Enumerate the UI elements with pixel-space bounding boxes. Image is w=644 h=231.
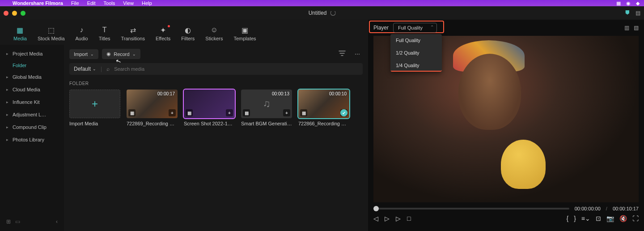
stop-button[interactable]: □ [407,215,411,222]
menu-view[interactable]: View [123,0,134,6]
quality-option-quarter[interactable]: 1/4 Quality [390,59,442,72]
add-to-timeline-icon[interactable]: + [283,109,290,116]
sidebar-subitem[interactable]: Folder [3,60,61,71]
search-input[interactable] [114,66,358,72]
type-badge-icon: ▦ [243,109,250,116]
tab-label: Effects [156,36,170,41]
media-thumb[interactable]: 00:00:10▦+ [298,90,349,118]
menu-edit[interactable]: Edit [87,0,96,6]
tab-label: Media [13,36,27,41]
quality-dropdown: Full Quality 1/2 Quality 1/4 Quality [390,34,442,72]
media-thumb[interactable]: ▦+ [184,90,235,118]
media-card[interactable]: 00:00:13♫▦+Smart BGM Generati… [241,90,292,126]
menubar-grid-icon[interactable]: ▦ [616,0,621,6]
zoom-window-button[interactable] [21,11,25,16]
type-badge-icon: ▦ [186,109,193,116]
project-title: Untitled [309,10,327,16]
play-pause-button[interactable]: ▷ [385,215,390,222]
sidebar-item[interactable]: ▸Influence Kit [3,96,61,108]
crop-icon[interactable]: ⊡ [596,215,601,222]
prev-frame-button[interactable]: ◁ [373,215,378,222]
sidebar-item-label: Influence Kit [13,99,40,105]
scrubber: 00:00:00:00 / 00:00:10:17 [373,206,639,211]
media-thumb[interactable]: 00:00:13♫▦+ [241,90,292,118]
gift-icon[interactable]: ⛊ [625,10,630,16]
playhead[interactable] [373,206,379,211]
folder-open-icon[interactable]: ▭ [15,218,20,225]
chevron-right-icon: ▸ [6,100,10,104]
playback-quality-icon[interactable]: ≡⌄ [581,215,590,222]
tab-stock[interactable]: ⬚Stock Media [32,24,70,45]
media-thumb[interactable]: + [69,90,120,118]
media-card[interactable]: +Import Media [69,90,120,126]
import-label: Import [74,51,88,57]
sidebar-item-label: Project Media [13,51,42,56]
media-card[interactable]: ▦+Screen Shot 2022-11… [184,90,235,126]
menubar-more-icon[interactable]: ◆ [636,0,640,6]
sidebar-item[interactable]: ▸Project Media [3,47,61,60]
duration-badge: 00:00:10 [329,91,347,96]
quality-option-full[interactable]: Full Quality [390,34,442,47]
add-to-timeline-icon[interactable]: + [169,109,176,116]
tab-label: Transitions [121,36,145,41]
sidebar-item[interactable]: ▸Global Media [3,71,61,83]
quality-option-half[interactable]: 1/2 Quality [390,47,442,59]
snapshot-icon[interactable]: 📷 [606,215,614,222]
timeline-scrubber[interactable] [373,208,569,210]
sort-select[interactable]: Default ⌄ [74,66,96,72]
media-icon: ▦ [15,26,25,34]
add-to-timeline-icon[interactable]: + [340,109,347,116]
add-to-timeline-icon[interactable]: + [226,109,233,116]
mute-icon[interactable]: 🔇 [619,215,627,222]
media-grid: +Import Media00:00:17▦+722869_Recording … [69,90,363,126]
mark-out-icon[interactable]: } [574,215,576,222]
media-label: Smart BGM Generati… [241,121,292,126]
tab-transitions[interactable]: ⇄Transitions [116,24,150,45]
quality-selected-value: Full Quality [398,25,423,30]
fullscreen-icon[interactable]: ⛶ [632,215,639,222]
media-card[interactable]: 00:00:17▦+722869_Recording P… [127,90,178,126]
tab-templates[interactable]: ▣Templates [228,24,261,45]
sidebar-item[interactable]: ▸Cloud Media [3,83,61,96]
close-window-button[interactable] [4,11,8,16]
tab-effects[interactable]: ✦Effects [150,24,176,45]
menubar-user-icon[interactable]: ◉ [626,0,631,6]
menu-help[interactable]: Help [142,0,152,6]
tab-titles[interactable]: TTitles [93,24,116,45]
more-options-icon[interactable]: ⋯ [352,49,363,59]
new-folder-icon[interactable]: ⊞ [6,218,11,225]
sidebar-item[interactable]: ▸Adjustment L… [3,108,61,121]
chevron-down-icon: ⌄ [93,67,96,71]
tab-label: Stock Media [38,36,65,41]
import-button[interactable]: Import ⌄ [69,49,98,59]
sidebar-item-label: Photos Library [13,137,44,142]
mark-in-icon[interactable]: { [566,215,568,222]
minimize-window-button[interactable] [12,11,17,16]
menu-file[interactable]: File [71,0,79,6]
chevron-down-icon: ⌄ [132,52,136,56]
stickers-icon: ☺ [209,26,219,34]
record-button[interactable]: ◉ Record ⌄ [102,49,140,59]
media-card[interactable]: 00:00:10▦+722866_Recording P… [298,90,349,126]
sidebar-item[interactable]: ▸Compound Clip [3,121,61,133]
sync-status-icon [330,10,335,16]
tab-audio[interactable]: ♪Audio [70,24,93,45]
search-icon: ⌕ [106,66,110,72]
sidebar-item[interactable]: ▸Photos Library [3,133,61,146]
snapshot-settings-icon[interactable]: ▧ [634,25,639,31]
menu-tools[interactable]: Tools [104,0,115,6]
compare-view-icon[interactable]: ▥ [624,25,629,31]
filter-icon[interactable] [336,48,348,60]
collapse-sidebar-icon[interactable]: ‹ [56,218,58,225]
duration-badge: 00:00:17 [157,91,175,96]
play-button[interactable]: ▷ [396,215,401,222]
tab-label: Templates [233,36,256,41]
settings-toggle-icon[interactable]: ▤ [636,10,640,16]
media-thumb[interactable]: 00:00:17▦+ [127,90,178,118]
sidebar-item-label: Adjustment L… [13,112,46,117]
quality-select[interactable]: Full Quality [393,23,437,33]
tab-media[interactable]: ▦Media [8,24,32,45]
tab-stickers[interactable]: ☺Stickers [200,24,228,45]
tab-filters[interactable]: ◐Filters [176,24,200,45]
section-heading: FOLDER [69,79,363,90]
